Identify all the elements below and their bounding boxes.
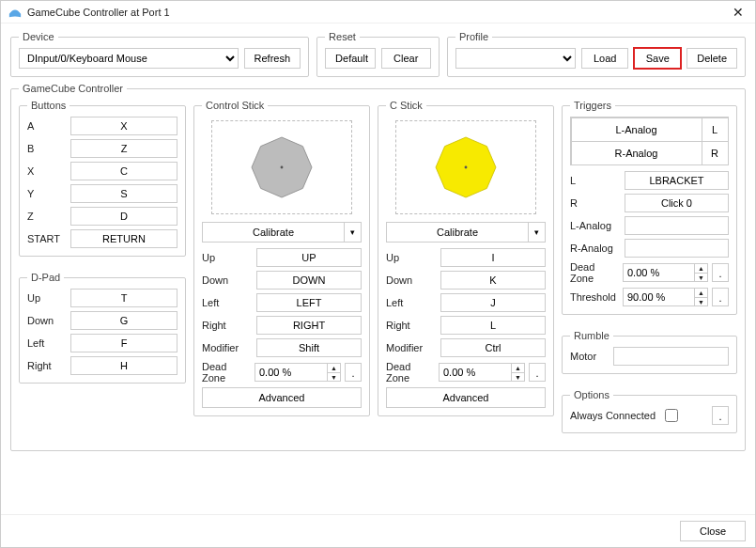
c-right-bind[interactable]: L (440, 316, 546, 335)
c-left-bind[interactable]: J (440, 293, 546, 312)
c-deadzone-input[interactable] (440, 364, 511, 381)
dpad-right-label: Right (27, 360, 65, 371)
buttons-legend: Buttons (27, 100, 69, 111)
cs-up-bind[interactable]: UP (256, 248, 362, 267)
dpad-up-label: Up (27, 292, 65, 304)
trig-la-bind[interactable] (625, 216, 729, 235)
delete-button[interactable]: Delete (687, 48, 737, 69)
c-deadzone-label: Dead Zone (386, 361, 435, 384)
c-deadzone-spinner[interactable]: ▲▼ (439, 363, 525, 382)
btn-b-label: B (27, 143, 65, 154)
btn-start-bind[interactable]: RETURN (70, 229, 177, 248)
c-down-label: Down (386, 274, 435, 286)
default-button[interactable]: Default (325, 48, 375, 69)
down-arrow-icon[interactable]: ▼ (695, 274, 707, 282)
refresh-button[interactable]: Refresh (244, 48, 301, 69)
options-more[interactable]: . (712, 406, 729, 425)
always-connected-checkbox[interactable] (665, 409, 678, 422)
c-up-label: Up (386, 252, 435, 263)
trig-ra-bind[interactable] (625, 239, 729, 258)
up-arrow-icon[interactable]: ▲ (695, 289, 707, 298)
content: Device DInput/0/Keyboard Mouse Refresh R… (1, 23, 755, 514)
control-stick-calibrate-menu[interactable]: ▾ (345, 222, 362, 243)
down-arrow-icon[interactable]: ▼ (512, 373, 524, 382)
c-stick-legend: C Stick (386, 100, 426, 111)
trig-deadzone-label: Dead Zone (570, 261, 619, 284)
options-legend: Options (570, 389, 613, 400)
main-group: GameCube Controller Buttons AX BZ XC YS … (10, 83, 746, 451)
cs-mod-bind[interactable]: Shift (256, 338, 362, 357)
device-select[interactable]: DInput/0/Keyboard Mouse (19, 48, 239, 69)
r-button[interactable]: R (702, 141, 729, 165)
cs-deadzone-input[interactable] (255, 364, 327, 381)
up-arrow-icon[interactable]: ▲ (328, 364, 340, 373)
control-stick-calibrate[interactable]: Calibrate (202, 222, 345, 243)
motor-bind[interactable] (613, 347, 729, 366)
profile-select[interactable] (455, 48, 576, 69)
titlebar: GameCube Controller at Port 1 ✕ (1, 1, 755, 23)
r-analog-button[interactable]: R-Analog (571, 141, 702, 165)
c-mod-bind[interactable]: Ctrl (440, 338, 546, 357)
c-up-bind[interactable]: I (440, 248, 546, 267)
trig-threshold-input[interactable] (624, 289, 694, 305)
up-arrow-icon[interactable]: ▲ (512, 364, 524, 373)
trig-threshold-spinner[interactable]: ▲▼ (623, 288, 708, 306)
dpad-group: D-Pad UpT DownG LeftF RightH (19, 272, 186, 384)
btn-a-bind[interactable]: X (70, 117, 177, 135)
trig-threshold-more[interactable]: . (712, 288, 729, 306)
trig-r-bind[interactable]: Click 0 (625, 194, 729, 212)
c-down-bind[interactable]: K (440, 271, 546, 290)
close-icon[interactable]: ✕ (729, 5, 748, 20)
c-mod-label: Modifier (386, 342, 435, 353)
save-button[interactable]: Save (634, 48, 681, 69)
cs-advanced-button[interactable]: Advanced (202, 387, 362, 408)
cs-right-bind[interactable]: RIGHT (256, 316, 362, 335)
trig-deadzone-input[interactable] (624, 264, 694, 281)
cs-deadzone-more[interactable]: . (345, 363, 362, 382)
options-group: Options Always Connected . (562, 389, 737, 433)
dpad-right-bind[interactable]: H (70, 356, 177, 375)
trig-deadzone-spinner[interactable]: ▲▼ (623, 263, 708, 282)
close-button[interactable]: Close (680, 521, 746, 541)
dpad-up-bind[interactable]: T (70, 289, 177, 307)
dpad-left-bind[interactable]: F (70, 334, 177, 352)
rumble-legend: Rumble (570, 330, 613, 341)
cs-deadzone-spinner[interactable]: ▲▼ (255, 363, 341, 382)
btn-x-label: X (27, 165, 65, 177)
down-arrow-icon[interactable]: ▼ (695, 298, 707, 306)
trig-l-bind[interactable]: LBRACKET (625, 171, 729, 190)
reset-group: Reset Default Clear (316, 31, 440, 77)
btn-x-bind[interactable]: C (70, 162, 177, 180)
trig-deadzone-more[interactable]: . (712, 263, 729, 282)
cs-mod-label: Modifier (202, 342, 251, 353)
cs-up-label: Up (202, 252, 251, 263)
c-stick-calibrate-menu[interactable]: ▾ (529, 222, 546, 243)
clear-button[interactable]: Clear (381, 48, 431, 69)
footer: Close (1, 514, 755, 547)
window-title: GameCube Controller at Port 1 (27, 7, 729, 18)
svg-point-3 (465, 166, 468, 169)
buttons-group: Buttons AX BZ XC YS ZD STARTRETURN (19, 100, 186, 257)
profile-group: Profile Load Save Delete (447, 31, 746, 77)
btn-a-label: A (27, 120, 65, 132)
app-icon (8, 6, 22, 19)
btn-y-bind[interactable]: S (70, 184, 177, 203)
btn-z-bind[interactable]: D (70, 207, 177, 226)
l-button[interactable]: L (702, 117, 729, 142)
cs-down-bind[interactable]: DOWN (256, 271, 362, 290)
dpad-down-bind[interactable]: G (70, 311, 177, 330)
up-arrow-icon[interactable]: ▲ (695, 264, 707, 274)
btn-y-label: Y (27, 188, 65, 199)
cs-left-bind[interactable]: LEFT (256, 293, 362, 312)
c-stick-calibrate[interactable]: Calibrate (386, 222, 529, 243)
l-analog-button[interactable]: L-Analog (571, 117, 702, 142)
device-group: Device DInput/0/Keyboard Mouse Refresh (10, 31, 309, 77)
rumble-group: Rumble Motor (562, 330, 737, 374)
load-button[interactable]: Load (581, 48, 628, 69)
c-deadzone-more[interactable]: . (529, 363, 546, 382)
trig-la-label: L-Analog (570, 220, 619, 231)
profile-legend: Profile (455, 31, 492, 42)
down-arrow-icon[interactable]: ▼ (328, 373, 340, 382)
c-advanced-button[interactable]: Advanced (386, 387, 546, 408)
btn-b-bind[interactable]: Z (70, 139, 177, 158)
